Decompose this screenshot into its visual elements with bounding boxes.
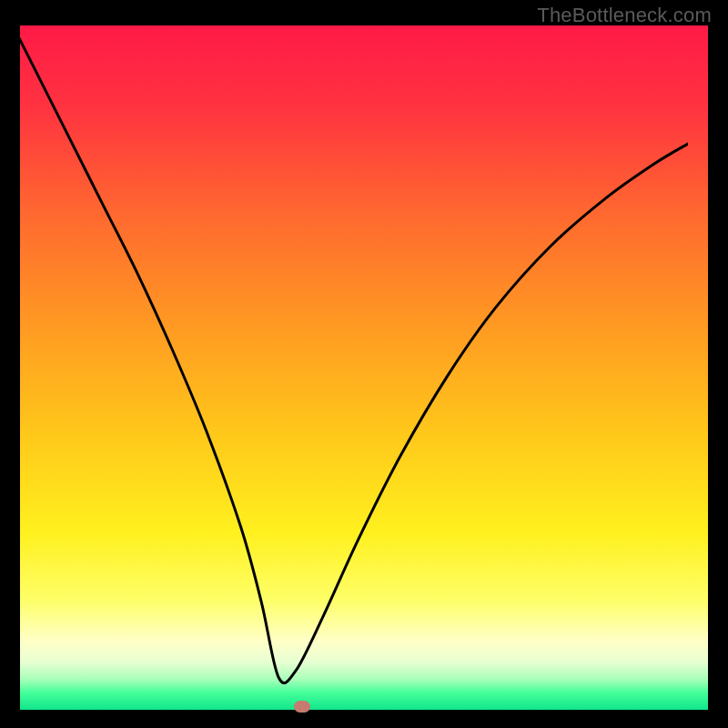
chart-frame: TheBottleneck.com <box>0 0 728 728</box>
gradient-background <box>20 25 708 710</box>
bottleneck-chart <box>20 25 708 710</box>
watermark-text: TheBottleneck.com <box>537 4 712 27</box>
optimal-point-marker <box>294 701 310 713</box>
